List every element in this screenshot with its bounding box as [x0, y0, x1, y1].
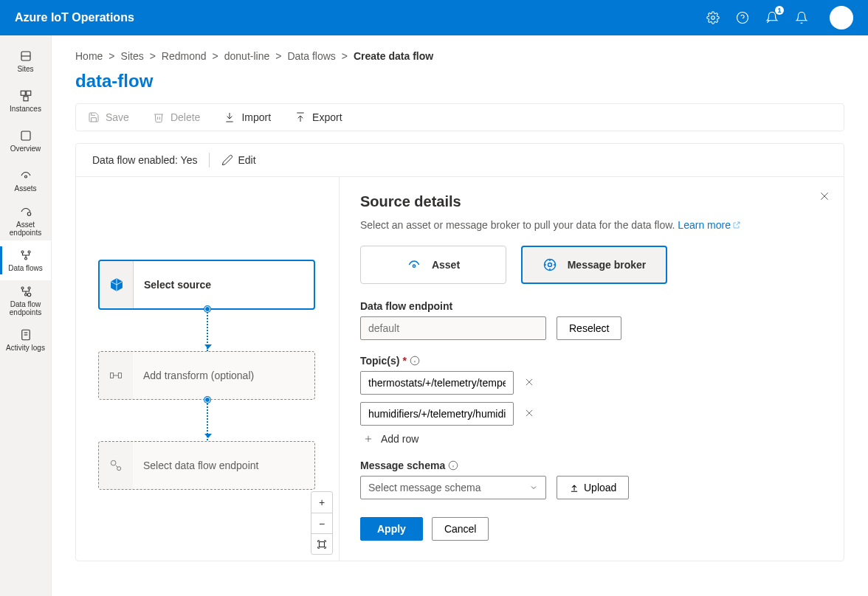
details-actions: Apply Cancel	[360, 517, 823, 541]
details-title: Source details	[360, 193, 823, 210]
remove-topic-1[interactable]	[524, 408, 534, 420]
sidebar-item-asset-endpoints[interactable]: Asset endpoints	[0, 201, 51, 240]
source-type-asset[interactable]: Asset	[360, 246, 506, 284]
breadcrumb-current: Create data flow	[354, 50, 433, 62]
zoom-in-button[interactable]: +	[311, 492, 332, 513]
endpoint-input[interactable]	[360, 316, 546, 340]
svg-point-17	[27, 293, 31, 297]
page-title: data-flow	[75, 71, 844, 91]
svg-rect-5	[21, 91, 25, 95]
add-topic-button[interactable]: Add row	[363, 433, 823, 445]
activity-logs-icon	[19, 328, 32, 342]
svg-point-16	[24, 294, 27, 296]
apply-button[interactable]: Apply	[360, 517, 423, 541]
help-icon[interactable]	[735, 10, 750, 25]
zoom-controls: + −	[311, 491, 333, 555]
learn-more-link[interactable]: Learn more	[678, 219, 741, 231]
svg-rect-26	[320, 541, 325, 547]
node-source[interactable]: Select source	[98, 260, 315, 310]
asset-icon	[407, 257, 421, 272]
transform-icon	[108, 368, 123, 383]
topic-input-1[interactable]	[360, 402, 514, 426]
svg-rect-22	[118, 373, 121, 378]
chevron-down-icon	[529, 483, 538, 492]
settings-icon[interactable]	[706, 10, 720, 25]
assets-icon	[19, 169, 32, 182]
export-button[interactable]: Export	[294, 111, 342, 123]
flow-panel: Data flow enabled: Yes Edit Select sourc…	[75, 143, 844, 561]
svg-rect-6	[26, 91, 30, 95]
sidebar-item-overview[interactable]: Overview	[0, 121, 51, 161]
edit-button[interactable]: Edit	[221, 154, 255, 166]
info-icon[interactable]	[410, 356, 420, 366]
topic-input-0[interactable]	[360, 371, 514, 395]
svg-point-13	[24, 257, 27, 260]
svg-point-15	[28, 287, 30, 289]
svg-rect-21	[111, 373, 114, 378]
breadcrumb-item[interactable]: Sites	[121, 50, 144, 62]
overview-icon	[19, 129, 32, 142]
sidebar-item-assets[interactable]: Assets	[0, 161, 51, 201]
svg-rect-8	[21, 131, 30, 140]
sidebar-item-sites[interactable]: Sites	[0, 41, 51, 81]
breadcrumb-item[interactable]: Home	[75, 50, 103, 62]
node-destination[interactable]: Select data flow endpoint	[98, 441, 315, 490]
delete-button: Delete	[153, 111, 200, 123]
feedback-icon[interactable]: 1	[765, 10, 779, 25]
external-link-icon	[732, 221, 741, 229]
svg-point-1	[737, 13, 748, 24]
feedback-badge: 1	[775, 6, 784, 15]
nav-sidebar: Sites Instances Overview Assets Asset en…	[0, 35, 52, 596]
topics-label: Topic(s) *	[360, 355, 823, 367]
flow-status-bar: Data flow enabled: Yes Edit	[76, 144, 844, 177]
remove-topic-0[interactable]	[524, 377, 534, 389]
schema-label: Message schema	[360, 460, 823, 471]
flow-enabled-status: Data flow enabled: Yes	[92, 154, 197, 166]
source-type-toggle: Asset Message broker	[360, 246, 823, 284]
node-transform[interactable]: Add transform (optional)	[98, 351, 315, 400]
svg-point-29	[413, 265, 415, 267]
flow-canvas[interactable]: Select source Add transform (optional)	[76, 177, 339, 561]
import-button[interactable]: Import	[224, 111, 271, 123]
header-actions: 1	[706, 6, 853, 30]
sidebar-item-data-flows[interactable]: Data flows	[0, 240, 51, 280]
export-icon	[294, 111, 306, 123]
info-icon[interactable]	[448, 460, 458, 471]
endpoint-icon	[108, 458, 123, 473]
save-button: Save	[88, 111, 129, 123]
app-header: Azure IoT Operations 1	[0, 0, 868, 35]
svg-point-11	[21, 251, 24, 253]
breadcrumb: Home> Sites> Redmond> donut-line> Data f…	[75, 50, 844, 62]
details-description: Select an asset or message broker to pul…	[360, 219, 823, 231]
edit-icon	[221, 154, 233, 166]
svg-point-24	[111, 460, 116, 465]
zoom-out-button[interactable]: −	[311, 513, 332, 533]
upload-button[interactable]: Upload	[557, 476, 629, 499]
broker-icon	[542, 257, 557, 272]
save-icon	[88, 111, 100, 123]
data-flows-icon	[19, 249, 32, 262]
cube-icon	[109, 277, 124, 292]
reselect-button[interactable]: Reselect	[557, 316, 621, 340]
cancel-button[interactable]: Cancel	[432, 517, 489, 541]
close-button[interactable]	[819, 190, 830, 204]
plus-icon	[363, 434, 373, 444]
sidebar-item-activity-logs[interactable]: Activity logs	[0, 320, 51, 360]
svg-point-12	[28, 251, 30, 253]
breadcrumb-item[interactable]: Data flows	[287, 50, 335, 62]
user-avatar[interactable]	[830, 6, 853, 30]
notifications-icon[interactable]	[794, 10, 809, 25]
schema-select[interactable]: Select message schema	[360, 476, 546, 499]
product-title: Azure IoT Operations	[15, 11, 134, 24]
asset-endpoints-icon	[19, 205, 32, 218]
svg-point-0	[712, 16, 715, 20]
sidebar-item-instances[interactable]: Instances	[0, 81, 51, 121]
sidebar-item-data-flow-endpoints[interactable]: Data flow endpoints	[0, 280, 51, 320]
upload-icon	[569, 482, 579, 493]
breadcrumb-item[interactable]: donut-line	[224, 50, 270, 62]
zoom-fit-button[interactable]	[311, 533, 332, 554]
breadcrumb-item[interactable]: Redmond	[162, 50, 207, 62]
source-type-message-broker[interactable]: Message broker	[521, 246, 667, 284]
svg-point-30	[548, 263, 551, 267]
main-content: Home> Sites> Redmond> donut-line> Data f…	[52, 35, 868, 596]
